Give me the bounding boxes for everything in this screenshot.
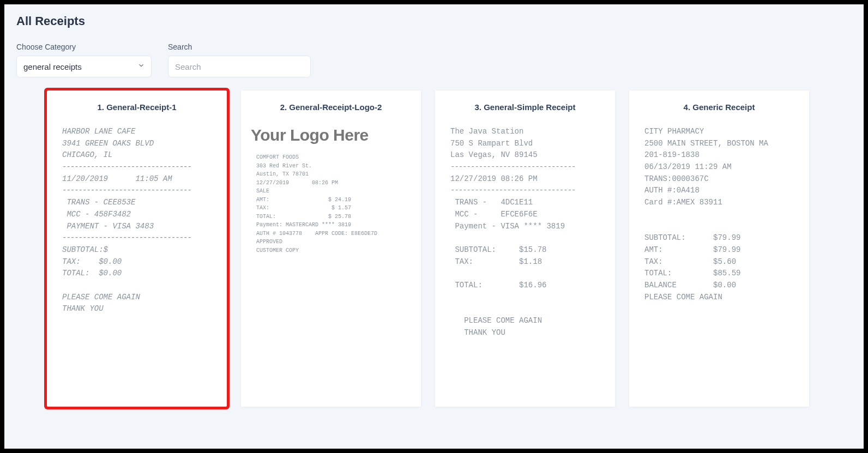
- receipt-line: SUBTOTAL: $79.99: [644, 232, 794, 244]
- receipt-line: CUSTOMER COPY: [256, 246, 406, 255]
- receipt-line: SUBTOTAL: $15.78: [450, 244, 600, 256]
- receipt-line: PLEASE COME AGAIN: [62, 292, 212, 304]
- receipt-line: PLEASE COME AGAIN: [644, 292, 794, 304]
- receipt-line: -------------------------------: [450, 185, 600, 197]
- receipt-line: 201-819-1838: [644, 149, 794, 161]
- receipt-body: HARBOR LANE CAFE3941 GREEN OAKS BLVDCHIC…: [57, 126, 217, 315]
- receipt-card-title: 4. Generic Receipt: [639, 102, 799, 112]
- receipt-line: AMT: $ 24.19: [256, 196, 406, 204]
- receipt-line: 3941 GREEN OAKS BLVD: [62, 138, 212, 150]
- receipt-line: THANK YOU: [450, 327, 600, 339]
- receipt-line: TRANS:0000367C: [644, 173, 794, 185]
- receipt-line: AUTH #:0A418: [644, 185, 794, 197]
- receipt-line: AMT: $79.99: [644, 244, 794, 256]
- receipt-line: 2500 MAIN STREET, BOSTON MA: [644, 138, 794, 150]
- receipt-body: The Java Station750 S Rampart BlvdLas Ve…: [445, 126, 605, 339]
- receipt-line: 11/20/2019 11:05 AM: [62, 173, 212, 185]
- receipt-line: MCC - 458F3482: [62, 209, 212, 221]
- logo-placeholder: Your Logo Here: [251, 126, 411, 144]
- receipt-line: MCC - EFCE6F6E: [450, 209, 600, 221]
- receipt-line: TOTAL: $16.96: [450, 280, 600, 292]
- receipt-line: TRANS - CEE853E: [62, 197, 212, 209]
- receipt-line: [62, 280, 212, 292]
- receipt-line: Payment: MASTERCARD **** 3819: [256, 221, 406, 229]
- receipt-card-title: 2. General-Receipt-Logo-2: [251, 102, 411, 112]
- receipt-line: [644, 209, 794, 221]
- receipt-line: THANK YOU: [62, 303, 212, 315]
- receipt-line: SUBTOTAL:$: [62, 244, 212, 256]
- receipt-body: COMFORT FOODS303 Red River St.Austin, TX…: [251, 153, 411, 255]
- receipt-line: Austin, TX 78701: [256, 170, 406, 179]
- receipt-card-title: 3. General-Simple Receipt: [445, 102, 605, 112]
- category-select[interactable]: [16, 56, 152, 77]
- receipt-line: 12/27/2019 08:26 PM: [450, 173, 600, 185]
- receipt-card[interactable]: 1. General-Receipt-1HARBOR LANE CAFE3941…: [47, 90, 227, 407]
- receipt-line: TAX: $1.18: [450, 256, 600, 268]
- receipt-card[interactable]: 3. General-Simple ReceiptThe Java Statio…: [435, 90, 615, 407]
- receipt-grid: 1. General-Receipt-1HARBOR LANE CAFE3941…: [16, 90, 852, 407]
- receipt-line: TOTAL: $0.00: [62, 268, 212, 280]
- receipt-line: Payment - VISA **** 3819: [450, 221, 600, 233]
- category-label: Choose Category: [16, 43, 152, 51]
- receipt-line: 303 Red River St.: [256, 162, 406, 171]
- receipt-card-title: 1. General-Receipt-1: [57, 102, 217, 112]
- receipt-line: [644, 221, 794, 233]
- receipt-line: [450, 303, 600, 315]
- receipt-line: TRANS - 4DC1E11: [450, 197, 600, 209]
- receipt-line: -------------------------------: [450, 161, 600, 173]
- search-label: Search: [168, 43, 311, 51]
- receipt-body: CITY PHARMACY2500 MAIN STREET, BOSTON MA…: [639, 126, 799, 303]
- receipt-line: 06/13/2019 11:29 AM: [644, 161, 794, 173]
- receipt-line: PAYMENT - VISA 3483: [62, 221, 212, 233]
- search-input[interactable]: [168, 56, 311, 77]
- receipt-card[interactable]: 4. Generic ReceiptCITY PHARMACY2500 MAIN…: [629, 90, 809, 407]
- receipt-line: Las Vegas, NV 89145: [450, 149, 600, 161]
- receipt-line: SALE: [256, 187, 406, 196]
- receipt-line: [450, 292, 600, 304]
- receipt-line: BALANCE $0.00: [644, 280, 794, 292]
- receipt-line: --------------------------------: [62, 161, 212, 173]
- receipt-line: APPROVED: [256, 238, 406, 246]
- receipt-card[interactable]: 2. General-Receipt-Logo-2Your Logo HereC…: [241, 90, 421, 407]
- receipt-line: Card #:AMEX 83911: [644, 197, 794, 209]
- receipt-line: CITY PHARMACY: [644, 126, 794, 138]
- receipt-line: TOTAL: $ 25.78: [256, 213, 406, 221]
- receipt-line: 12/27/2019 08:26 PM: [256, 179, 406, 188]
- receipt-line: TAX: $ 1.57: [256, 204, 406, 213]
- receipt-line: HARBOR LANE CAFE: [62, 126, 212, 138]
- receipt-line: CHICAGO, IL: [62, 149, 212, 161]
- page-title: All Receipts: [16, 14, 852, 28]
- receipt-line: TAX: $0.00: [62, 256, 212, 268]
- receipt-line: TAX: $5.60: [644, 256, 794, 268]
- receipt-line: PLEASE COME AGAIN: [450, 315, 600, 327]
- filter-bar: Choose Category Search: [16, 43, 852, 77]
- receipt-line: [450, 232, 600, 244]
- receipt-line: 750 S Rampart Blvd: [450, 138, 600, 150]
- receipt-line: AUTH # 1043778 APPR CODE: E8E6DE7D: [256, 229, 406, 238]
- receipt-line: [450, 268, 600, 280]
- receipt-line: TOTAL: $85.59: [644, 268, 794, 280]
- receipt-line: The Java Station: [450, 126, 600, 138]
- receipt-line: --------------------------------: [62, 232, 212, 244]
- receipt-line: COMFORT FOODS: [256, 153, 406, 162]
- receipt-line: --------------------------------: [62, 185, 212, 197]
